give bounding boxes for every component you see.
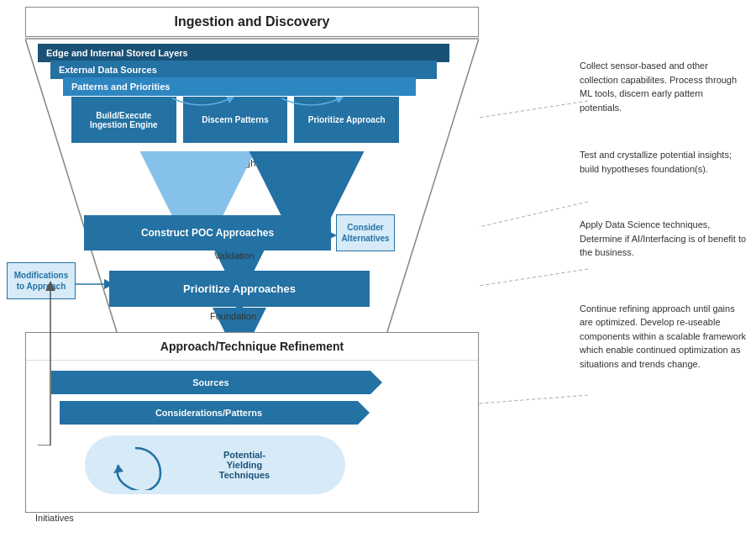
annotations-column: Collect sensor-based and other collectio… [580, 59, 748, 371]
edge-layer: Edge and Internal Stored Layers [38, 44, 449, 62]
svg-line-15 [479, 269, 588, 286]
annotation-3: Apply Data Science techniques, Determine… [580, 218, 748, 260]
svg-marker-12 [113, 465, 123, 473]
poc-arrow [84, 219, 395, 252]
potential-label: Potential- Yielding Techniques [219, 450, 270, 480]
mod-loop-arrow [34, 277, 76, 446]
patterns-layer: Patterns and Priorities [63, 77, 416, 96]
insights-arrows [67, 151, 437, 219]
considerations-arrow-body: Considerations/Patterns [60, 401, 358, 425]
annotation-1: Collect sensor-based and other collectio… [580, 59, 748, 114]
sources-arrow-row: Sources [43, 371, 461, 394]
refinement-content: Sources Considerations/Patterns [26, 361, 478, 512]
annotation-2: Test and crystallize potential insights;… [580, 148, 748, 176]
circular-arrow-icon [102, 440, 169, 490]
refinement-section: Approach/Technique Refinement Sources Co… [25, 332, 479, 513]
svg-line-14 [479, 202, 588, 227]
annotation-4: Continue refining approach until gains a… [580, 302, 748, 372]
main-title: Ingestion and Discovery [175, 14, 330, 29]
considerations-arrow-row: Considerations/Patterns [43, 401, 461, 425]
main-title-box: Ingestion and Discovery [25, 7, 479, 37]
potential-row: Potential- Yielding Techniques [76, 431, 461, 498]
svg-line-16 [479, 395, 588, 404]
refinement-title: Approach/Technique Refinement [26, 333, 478, 361]
initiatives-label: Initiatives [35, 513, 74, 523]
mod-arrow [0, 252, 168, 319]
box-arrows [71, 97, 399, 122]
external-layer: External Data Sources [50, 61, 437, 79]
sources-arrow-body: Sources [51, 371, 370, 394]
svg-line-13 [479, 101, 588, 118]
foundation-label: Foundation [210, 311, 256, 321]
